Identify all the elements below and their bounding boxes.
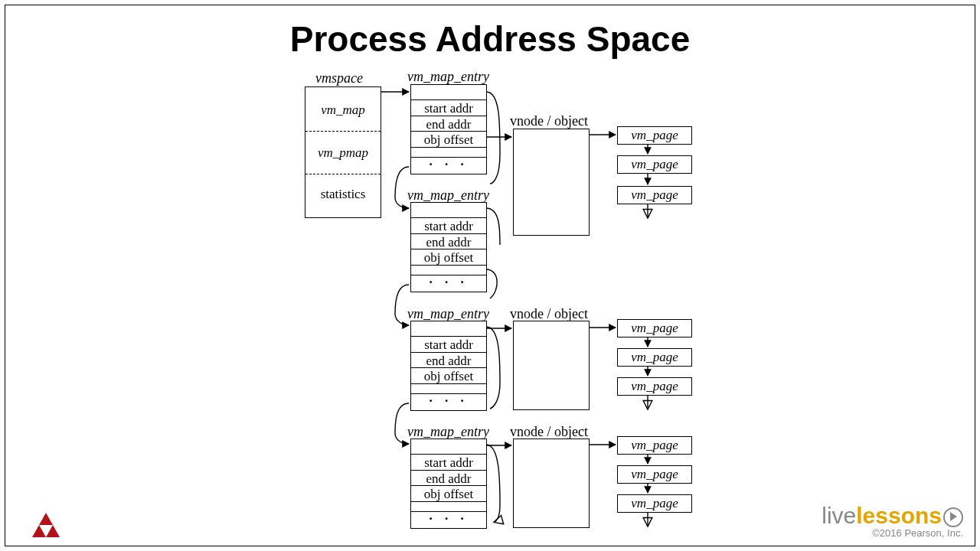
divider <box>411 99 486 100</box>
slide-border <box>5 5 975 546</box>
divider <box>411 249 486 249</box>
divider <box>411 470 486 471</box>
vm-map-entry-label-1: vm_map_entry <box>407 69 489 85</box>
vm-map-entry-1: start addr end addr obj offset · · · <box>410 84 487 174</box>
entry2-start: start addr <box>411 219 486 234</box>
entry1-off: obj offset <box>411 132 486 148</box>
divider <box>411 233 486 234</box>
vm-page-4b: vm_page <box>617 465 692 484</box>
vm-page-3b: vm_page <box>617 348 692 367</box>
vm-page-1a: vm_page <box>617 126 692 145</box>
vmspace-label: vmspace <box>315 70 363 86</box>
divider <box>411 131 486 132</box>
divider <box>411 352 486 353</box>
vm-map-entry-2: start addr end addr obj offset · · · <box>410 202 487 292</box>
entry1-start: start addr <box>411 101 486 116</box>
divider <box>411 485 486 486</box>
vnode-label-1: vnode / object <box>510 113 588 129</box>
entry1-dots: · · · <box>411 157 486 172</box>
divider <box>411 367 486 368</box>
vm-map-entry-label-3: vm_map_entry <box>407 306 489 322</box>
livelessons-logo: livelessons ©2016 Pearson, Inc. <box>822 503 963 539</box>
divider <box>411 116 486 116</box>
vnode-label-3: vnode / object <box>510 306 588 322</box>
vnode-box-4 <box>513 439 590 528</box>
divider <box>305 174 381 174</box>
vm-map-entry-label-2: vm_map_entry <box>407 187 489 204</box>
vmspace-box: vm_map vm_pmap statistics <box>305 86 381 218</box>
publisher-logo-icon <box>32 513 60 537</box>
entry3-end: end addr <box>411 354 486 369</box>
entry4-off: obj offset <box>411 487 486 502</box>
vnode-box-1 <box>513 129 590 236</box>
vm-page-1b: vm_page <box>617 155 692 174</box>
slide: Process Address Space { "title": "Proces… <box>0 0 980 551</box>
vnode-label-4: vnode / object <box>510 424 588 440</box>
divider <box>411 265 486 266</box>
entry3-off: obj offset <box>411 369 486 384</box>
divider <box>411 501 486 502</box>
vmspace-field-vm-pmap: vm_pmap <box>305 145 381 161</box>
entry4-start: start addr <box>411 455 486 471</box>
divider <box>411 383 486 384</box>
divider <box>411 454 486 455</box>
play-icon <box>943 507 963 527</box>
entry2-end: end addr <box>411 235 486 250</box>
vm-page-3a: vm_page <box>617 319 692 337</box>
vm-page-4c: vm_page <box>617 494 692 513</box>
copyright-text: ©2016 Pearson, Inc. <box>822 527 963 539</box>
brand-word-live: live <box>822 503 856 528</box>
vmspace-field-statistics: statistics <box>305 187 381 202</box>
divider <box>411 217 486 218</box>
vm-page-4a: vm_page <box>617 436 692 455</box>
vm-page-3c: vm_page <box>617 377 692 396</box>
divider <box>411 147 486 148</box>
entry4-end: end addr <box>411 471 486 487</box>
entry4-dots: · · · <box>411 511 486 527</box>
vm-map-entry-label-4: vm_map_entry <box>407 424 489 440</box>
entry2-off: obj offset <box>411 250 486 266</box>
vm-map-entry-4: start addr end addr obj offset · · · <box>410 439 487 529</box>
vmspace-field-vm-map: vm_map <box>305 103 381 118</box>
vm-page-1c: vm_page <box>617 186 692 204</box>
divider <box>411 336 486 337</box>
slide-title: Process Address Space <box>0 18 980 60</box>
vm-map-entry-3: start addr end addr obj offset · · · <box>410 321 487 411</box>
entry3-start: start addr <box>411 337 486 353</box>
vnode-box-3 <box>513 321 590 410</box>
entry1-end: end addr <box>411 117 486 132</box>
entry2-dots: · · · <box>411 275 486 290</box>
divider <box>305 131 381 132</box>
brand-word-lessons: lessons <box>856 503 942 528</box>
entry3-dots: · · · <box>411 393 486 409</box>
